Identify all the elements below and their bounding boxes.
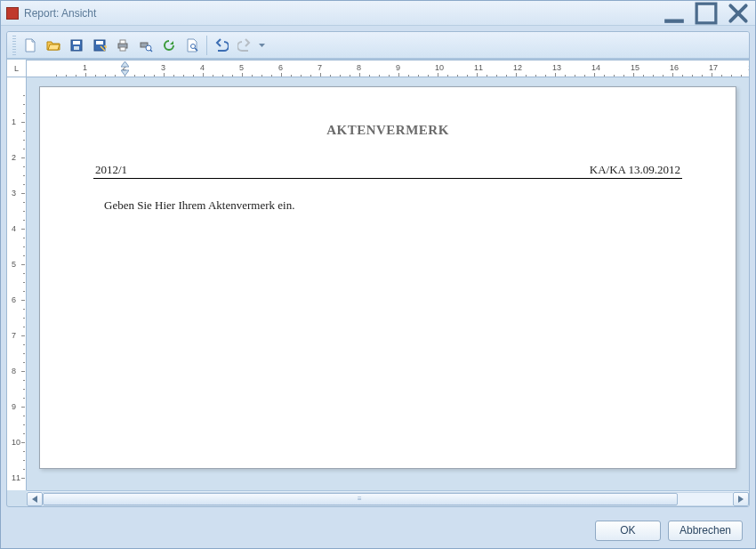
minimize-icon: [663, 2, 686, 25]
triangle-right-icon: [738, 496, 744, 503]
svg-rect-1: [696, 4, 716, 23]
new-file-button[interactable]: [20, 35, 41, 56]
ruler-v-number: 2: [12, 153, 16, 162]
ruler-h-number: 18: [748, 63, 749, 72]
ruler-h-number: 4: [200, 63, 205, 72]
chevron-down-icon: [259, 44, 265, 47]
ruler-h-number: 8: [357, 63, 361, 72]
page-search-button[interactable]: [181, 35, 203, 56]
horizontal-ruler[interactable]: 123456789101112131415161718: [27, 60, 749, 77]
scroll-right-button[interactable]: [733, 492, 749, 506]
print-preview-button[interactable]: [135, 35, 157, 56]
print-icon: [116, 38, 130, 52]
ruler-v-number: 10: [12, 438, 20, 447]
undo-button[interactable]: [211, 35, 232, 56]
ruler-h-number: 17: [709, 63, 718, 72]
ruler-h-number: 13: [552, 63, 561, 72]
save-as-button[interactable]: [89, 35, 110, 56]
redo-button[interactable]: [234, 35, 255, 56]
ruler-h-number: 9: [396, 63, 400, 72]
ruler-h-number: 16: [670, 63, 679, 72]
print-button[interactable]: [112, 35, 133, 56]
document-viewport[interactable]: AKTENVERMERK 2012/1 KA/KA 13.09.2012 Geb…: [27, 77, 749, 490]
title-bar: Report: Ansicht: [1, 1, 755, 26]
minimize-button[interactable]: [663, 6, 686, 20]
ruler-h-number: 10: [435, 63, 444, 72]
ruler-h-number: 6: [278, 63, 283, 72]
ruler-h-number: 3: [161, 63, 165, 72]
ruler-v-number: 5: [12, 260, 16, 269]
refresh-icon: [162, 38, 176, 52]
ruler-v-number: 7: [12, 331, 16, 340]
scroll-thumb[interactable]: ≡: [43, 493, 678, 505]
toolbar-grip: [12, 36, 16, 55]
cancel-button[interactable]: Abbrechen: [668, 521, 743, 541]
editor-frame: L 123456789101112131415161718 1234567891…: [6, 31, 750, 507]
ruler-h-number: 7: [318, 63, 322, 72]
save-button[interactable]: [66, 35, 87, 56]
triangle-left-icon: [32, 496, 37, 503]
dialog-footer: OK Abbrechen: [1, 513, 755, 548]
svg-rect-8: [120, 40, 125, 44]
document-header-line: 2012/1 KA/KA 13.09.2012: [93, 163, 682, 179]
open-button[interactable]: [43, 35, 64, 56]
ruler-v-number: 1: [12, 117, 16, 126]
ruler-v-number: 9: [12, 402, 16, 411]
toolbar: [7, 32, 749, 59]
document-ref-right: KA/KA 13.09.2012: [590, 163, 680, 177]
redo-dropdown[interactable]: [257, 44, 266, 47]
ruler-v-number: 6: [12, 295, 16, 304]
app-window: Report: Ansicht: [0, 0, 756, 549]
ruler-h-number: 11: [474, 63, 483, 72]
ruler-h-number: 1: [83, 63, 87, 72]
ruler-corner[interactable]: L: [7, 60, 27, 77]
document-title: AKTENVERMERK: [93, 123, 682, 138]
scroll-left-button[interactable]: [27, 492, 43, 506]
page-search-icon: [185, 38, 199, 52]
document-page[interactable]: AKTENVERMERK 2012/1 KA/KA 13.09.2012 Geb…: [39, 86, 736, 469]
ok-button[interactable]: OK: [595, 521, 661, 541]
svg-rect-6: [96, 41, 103, 44]
toolbar-separator: [206, 36, 207, 55]
svg-rect-9: [120, 47, 125, 51]
ruler-v-number: 8: [12, 367, 16, 375]
svg-rect-3: [73, 41, 80, 44]
ruler-row: L 123456789101112131415161718: [7, 59, 749, 77]
window-title: Report: Ansicht: [24, 7, 663, 20]
ruler-h-number: 12: [513, 63, 522, 72]
svg-rect-0: [664, 19, 684, 22]
ruler-h-number: 2: [122, 63, 126, 72]
ruler-h-number: 15: [631, 63, 639, 72]
ruler-v-number: 4: [12, 224, 16, 233]
document-ref-left: 2012/1: [95, 163, 127, 177]
print-preview-icon: [139, 38, 153, 52]
svg-rect-4: [74, 46, 79, 50]
workspace: 1234567891011 AKTENVERMERK 2012/1 KA/KA …: [7, 77, 749, 490]
maximize-icon: [695, 2, 718, 25]
window-controls: [663, 6, 750, 20]
open-folder-icon: [46, 38, 60, 52]
close-icon: [727, 2, 750, 25]
undo-icon: [214, 38, 229, 52]
redo-icon: [237, 38, 252, 52]
save-as-icon: [92, 38, 107, 52]
refresh-button[interactable]: [158, 35, 180, 56]
horizontal-scrollbar: ≡: [27, 490, 749, 506]
ruler-h-number: 14: [591, 63, 600, 72]
app-icon: [6, 7, 19, 20]
document-body[interactable]: Geben Sie Hier Ihrem Aktenvermerk ein.: [93, 198, 682, 213]
new-file-icon: [23, 38, 37, 52]
ruler-v-number: 11: [12, 473, 20, 482]
close-button[interactable]: [727, 6, 750, 20]
ruler-v-number: 3: [12, 189, 16, 198]
scroll-track[interactable]: ≡: [43, 492, 733, 506]
vertical-ruler[interactable]: 1234567891011: [7, 77, 27, 490]
save-icon: [69, 38, 84, 52]
ruler-h-number: 5: [239, 63, 244, 72]
maximize-button[interactable]: [695, 6, 718, 20]
